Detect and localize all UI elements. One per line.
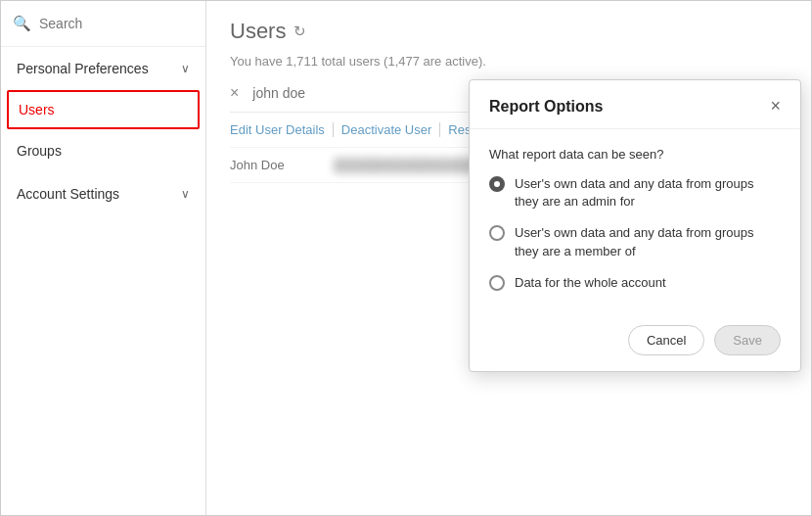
save-button[interactable]: Save — [714, 325, 781, 355]
modal-title: Report Options — [489, 98, 603, 116]
modal-footer: Cancel Save — [470, 315, 800, 371]
sidebar-item-label: Account Settings — [17, 186, 119, 202]
sidebar-item-personal-preferences[interactable]: Personal Preferences ∨ — [1, 47, 205, 90]
search-bar[interactable]: 🔍 — [1, 1, 205, 47]
radio-button-whole-account[interactable] — [489, 275, 505, 291]
chevron-down-icon: ∨ — [181, 187, 190, 201]
sidebar-item-users[interactable]: Users — [7, 90, 200, 129]
sidebar-item-label: Personal Preferences — [17, 61, 149, 76]
cancel-button[interactable]: Cancel — [628, 325, 704, 355]
sidebar-item-account-settings[interactable]: Account Settings ∨ — [1, 172, 205, 215]
radio-option-own-admin[interactable]: User's own data and any data from groups… — [489, 175, 781, 211]
search-icon: 🔍 — [13, 15, 31, 32]
radio-button-own-member[interactable] — [489, 225, 505, 241]
sidebar-item-groups[interactable]: Groups — [1, 129, 205, 172]
sidebar-item-label: Groups — [17, 143, 62, 159]
report-options-modal: Report Options × What report data can be… — [469, 79, 801, 372]
modal-overlay: Report Options × What report data can be… — [206, 1, 811, 515]
radio-button-own-admin[interactable] — [489, 176, 505, 192]
search-input[interactable] — [39, 16, 194, 31]
chevron-down-icon: ∨ — [181, 62, 190, 75]
radio-option-whole-account[interactable]: Data for the whole account — [489, 274, 781, 292]
modal-question: What report data can be seen? — [489, 147, 781, 162]
main-content: Users ↻ You have 1,711 total users (1,47… — [206, 1, 811, 515]
modal-close-button[interactable]: × — [770, 96, 781, 117]
radio-label-own-admin: User's own data and any data from groups… — [515, 175, 781, 211]
radio-label-whole-account: Data for the whole account — [515, 274, 666, 292]
modal-header: Report Options × — [470, 80, 800, 129]
radio-label-own-member: User's own data and any data from groups… — [515, 224, 781, 259]
sidebar: 🔍 Personal Preferences ∨ Users Groups Ac… — [1, 1, 206, 515]
sidebar-section: Personal Preferences ∨ Users Groups Acco… — [1, 47, 205, 215]
modal-body: What report data can be seen? User's own… — [470, 129, 800, 315]
sidebar-item-label: Users — [19, 102, 55, 117]
radio-option-own-member[interactable]: User's own data and any data from groups… — [489, 224, 781, 259]
